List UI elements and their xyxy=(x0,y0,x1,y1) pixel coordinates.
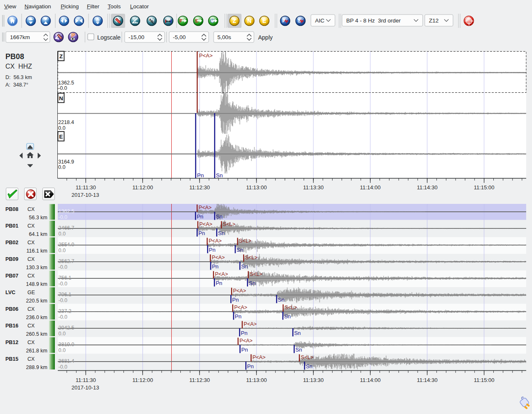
svg-text:Pn: Pn xyxy=(235,313,241,320)
svg-text:BP 4 - 8 Hz 3rd order: BP 4 - 8 Hz 3rd order xyxy=(346,17,401,24)
svg-text:Pn: Pn xyxy=(209,247,216,253)
svg-text:56.3 km: 56.3 km xyxy=(29,215,47,221)
svg-text:0.0: 0.0 xyxy=(58,125,65,131)
svg-text:2218.4: 2218.4 xyxy=(58,119,74,125)
svg-text:0.0: 0.0 xyxy=(58,164,65,170)
svg-text:11:12:00: 11:12:00 xyxy=(132,184,153,191)
svg-text:PB12: PB12 xyxy=(5,340,18,345)
svg-text:-0.0: -0.0 xyxy=(59,281,68,287)
svg-text:CX: CX xyxy=(27,240,35,245)
svg-text:Pn: Pn xyxy=(197,172,204,178)
svg-text:261.8 km: 261.8 km xyxy=(26,348,47,354)
svg-text:Sn: Sn xyxy=(216,213,223,220)
svg-text:236.0 km: 236.0 km xyxy=(26,315,47,320)
svg-text:N: N xyxy=(247,17,251,24)
svg-text:S<L>: S<L> xyxy=(285,305,297,310)
svg-text:Sn: Sn xyxy=(306,363,313,369)
svg-text:0.0: 0.0 xyxy=(59,347,66,353)
svg-text:Pn: Pn xyxy=(232,297,239,303)
svg-text:11:11:30: 11:11:30 xyxy=(76,184,96,191)
svg-text:Pn: Pn xyxy=(247,363,254,369)
svg-text:PB07: PB07 xyxy=(5,273,18,279)
svg-text:2042.5: 2042.5 xyxy=(59,325,74,331)
svg-text:CX: CX xyxy=(27,323,35,329)
svg-text:Sn: Sn xyxy=(278,297,285,303)
svg-text:S<L>: S<L> xyxy=(301,355,313,360)
svg-text:220.5 km: 220.5 km xyxy=(26,298,47,304)
svg-text:-5,00: -5,00 xyxy=(173,34,186,40)
svg-text:P<A>: P<A> xyxy=(239,338,252,344)
svg-text:PB16: PB16 xyxy=(5,323,18,329)
svg-text:P<A>: P<A> xyxy=(233,288,246,294)
svg-text:130.3 km: 130.3 km xyxy=(26,265,47,270)
svg-text:Z: Z xyxy=(59,53,63,59)
svg-text:Pn: Pn xyxy=(241,330,248,336)
svg-text:P<A>: P<A> xyxy=(215,271,228,277)
svg-text:11:12:30: 11:12:30 xyxy=(189,184,210,191)
svg-text:P<A>: P<A> xyxy=(253,355,266,360)
svg-text:288.9 km: 288.9 km xyxy=(26,364,47,370)
svg-text:PB09: PB09 xyxy=(5,256,18,262)
svg-text:CX: CX xyxy=(27,340,35,345)
svg-text:Pn: Pn xyxy=(212,263,219,270)
svg-text:P<A>: P<A> xyxy=(234,305,247,310)
svg-text:Sn: Sn xyxy=(241,263,248,270)
svg-text:11:13:30: 11:13:30 xyxy=(303,184,324,191)
svg-text:CX: CX xyxy=(27,256,35,262)
svg-text:706.1: 706.1 xyxy=(59,292,71,297)
svg-text:11:14:00: 11:14:00 xyxy=(360,377,381,383)
svg-text:237.2: 237.2 xyxy=(59,308,71,314)
svg-text:1667km: 1667km xyxy=(10,34,30,40)
svg-text:2562.7: 2562.7 xyxy=(59,258,74,264)
svg-text:5,00s: 5,00s xyxy=(217,34,231,40)
svg-text:P<A>: P<A> xyxy=(212,255,225,260)
svg-text:CX: CX xyxy=(27,356,35,362)
svg-text:3164.9: 3164.9 xyxy=(58,159,74,165)
svg-text:CX: CX xyxy=(27,273,35,279)
svg-text:0.0: 0.0 xyxy=(59,231,66,237)
svg-text:11:12:30: 11:12:30 xyxy=(189,377,210,383)
svg-text:-0.0: -0.0 xyxy=(59,264,68,270)
svg-text:CX: CX xyxy=(27,306,35,312)
svg-text:S<L>: S<L> xyxy=(223,221,235,227)
svg-text:Sn: Sn xyxy=(218,230,225,236)
svg-text:E: E xyxy=(59,134,63,140)
svg-text:-0.0: -0.0 xyxy=(59,214,68,220)
svg-text:64.1 km: 64.1 km xyxy=(29,231,47,237)
svg-text:AIC: AIC xyxy=(315,17,325,24)
svg-text:S<L>: S<L> xyxy=(239,238,251,244)
svg-text:116.1 km: 116.1 km xyxy=(27,248,48,254)
svg-text:1362.5: 1362.5 xyxy=(59,208,74,214)
svg-text:-0.0: -0.0 xyxy=(59,364,68,370)
svg-text:Apply: Apply xyxy=(258,34,273,41)
svg-text:Sn: Sn xyxy=(216,172,223,178)
svg-text:3681.4: 3681.4 xyxy=(59,358,74,364)
svg-text:P<A>: P<A> xyxy=(199,52,213,59)
svg-text:|P: |P xyxy=(71,33,76,37)
svg-text:11:13:00: 11:13:00 xyxy=(246,377,267,383)
svg-text:11:13:00: 11:13:00 xyxy=(246,184,267,191)
svg-text:2554.0: 2554.0 xyxy=(59,242,74,248)
svg-text:E: E xyxy=(262,17,266,24)
svg-text:Sn: Sn xyxy=(296,347,302,353)
svg-text:PB15: PB15 xyxy=(5,356,18,362)
svg-text:11:14:00: 11:14:00 xyxy=(360,184,381,191)
svg-text:Sn: Sn xyxy=(236,247,243,253)
svg-text:11:12:00: 11:12:00 xyxy=(132,377,153,383)
svg-text:Pn: Pn xyxy=(197,213,203,220)
svg-text:-0.0: -0.0 xyxy=(59,314,68,320)
svg-text:P<A>: P<A> xyxy=(200,221,212,227)
svg-text:-0.0: -0.0 xyxy=(58,85,67,91)
svg-text:0.0: 0.0 xyxy=(59,248,66,253)
svg-text:S<L>: S<L> xyxy=(245,255,258,260)
svg-text:S<L>: S<L> xyxy=(250,271,262,277)
svg-text:260.5 km: 260.5 km xyxy=(26,331,47,337)
svg-text:Pn: Pn xyxy=(241,347,248,353)
svg-text:Z: Z xyxy=(233,17,236,24)
svg-text:11:15:00: 11:15:00 xyxy=(474,184,495,191)
svg-text:-15,00: -15,00 xyxy=(128,34,144,40)
svg-text:2466.7: 2466.7 xyxy=(59,225,74,231)
svg-text:Pn: Pn xyxy=(198,230,205,236)
svg-text:P<A>: P<A> xyxy=(199,205,212,211)
svg-text:Pn: Pn xyxy=(216,280,222,286)
